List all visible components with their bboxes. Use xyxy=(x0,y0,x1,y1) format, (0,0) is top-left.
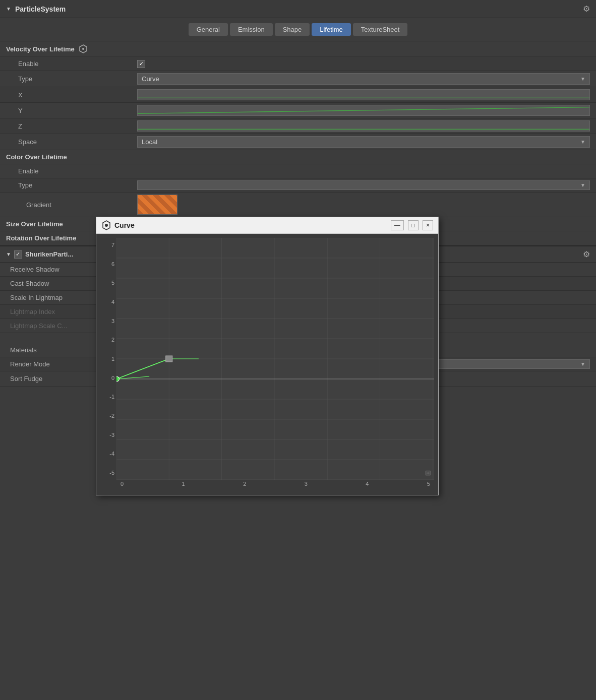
color-section-header: Color Over Lifetime xyxy=(0,150,596,164)
velocity-z-row: Z xyxy=(0,118,596,134)
shuriken-collapse-icon[interactable]: ▼ xyxy=(6,251,11,257)
velocity-type-value[interactable]: Curve ▼ xyxy=(137,73,590,85)
velocity-z-curve[interactable] xyxy=(137,120,590,132)
velocity-section-label: Velocity Over Lifetime xyxy=(6,45,75,53)
curve-dialog-controls: — □ × xyxy=(391,220,433,230)
panel-title-row: ▼ ParticleSystem xyxy=(6,5,66,13)
y-label-1: 1 xyxy=(111,356,114,362)
tab-lifetime[interactable]: Lifetime xyxy=(312,23,351,36)
color-type-value[interactable]: ▼ xyxy=(137,180,590,190)
color-type-arrow: ▼ xyxy=(580,182,585,188)
curve-dialog: Curve — □ × 7 6 5 4 3 2 1 0 -1 -2 -3 -4 xyxy=(96,217,439,495)
y-label-neg2: -2 xyxy=(109,413,114,419)
chart-svg xyxy=(116,238,434,480)
velocity-y-curve[interactable] xyxy=(137,105,590,116)
tab-general[interactable]: General xyxy=(189,23,228,36)
velocity-y-row: Y xyxy=(0,103,596,118)
chart-corner-icon[interactable]: ⊞ xyxy=(425,469,431,477)
svg-point-7 xyxy=(105,224,108,227)
color-type-row: Type ▼ xyxy=(0,178,596,193)
x-label-5: 5 xyxy=(427,481,430,487)
x-axis-labels: 0 1 2 3 4 5 xyxy=(100,480,434,491)
render-mode-arrow: ▼ xyxy=(580,361,585,367)
curve-dialog-title: Curve xyxy=(114,221,135,229)
velocity-space-value[interactable]: Local ▼ xyxy=(137,136,590,148)
color-gradient-row: Gradient xyxy=(0,193,596,217)
x-label-4: 4 xyxy=(366,481,369,487)
velocity-enable-label: Enable xyxy=(6,60,137,68)
svg-line-28 xyxy=(116,359,169,379)
y-label-neg5: -5 xyxy=(109,470,114,476)
velocity-x-curve[interactable] xyxy=(137,89,590,100)
y-label-neg3: -3 xyxy=(109,432,114,438)
velocity-space-arrow: ▼ xyxy=(580,139,585,145)
y-label-3: 3 xyxy=(111,318,114,324)
y-label-neg1: -1 xyxy=(109,394,114,400)
curve-chart-inner: 7 6 5 4 3 2 1 0 -1 -2 -3 -4 -5 xyxy=(100,238,434,480)
shuriken-checkbox[interactable]: ✓ xyxy=(14,250,22,259)
svg-rect-32 xyxy=(166,356,172,362)
curve-dialog-maximize[interactable]: □ xyxy=(408,220,419,230)
x-label-0: 0 xyxy=(121,481,124,487)
velocity-enable-checkbox[interactable]: ✓ xyxy=(137,60,145,68)
rotation-section-label: Rotation Over Lifetime xyxy=(6,234,76,242)
color-section-label: Color Over Lifetime xyxy=(6,153,67,161)
velocity-y-label: Y xyxy=(6,107,137,114)
shuriken-left: ▼ ✓ ShurikenParti... xyxy=(6,250,73,259)
y-label-neg4: -4 xyxy=(109,451,114,457)
velocity-enable-row: Enable ✓ xyxy=(0,57,596,71)
panel-header: ▼ ParticleSystem ⚙ xyxy=(0,0,596,18)
y-label-4: 4 xyxy=(111,299,114,305)
velocity-section-icon xyxy=(79,44,88,53)
tab-texturesheet[interactable]: TextureSheet xyxy=(353,23,408,36)
color-gradient-label: Gradient xyxy=(6,201,137,209)
x-label-2: 2 xyxy=(243,481,246,487)
tabs-row: General Emission Shape Lifetime TextureS… xyxy=(0,18,596,41)
settings-icon[interactable]: ⚙ xyxy=(583,4,590,14)
x-label-3: 3 xyxy=(305,481,308,487)
collapse-icon[interactable]: ▼ xyxy=(6,6,11,12)
velocity-space-row: Space Local ▼ xyxy=(0,134,596,150)
y-label-7: 7 xyxy=(111,242,114,248)
color-gradient-value[interactable] xyxy=(137,195,590,215)
shuriken-label: ShurikenParti... xyxy=(25,250,73,258)
velocity-type-arrow: ▼ xyxy=(580,76,585,82)
svg-point-31 xyxy=(116,376,119,381)
y-label-2: 2 xyxy=(111,337,114,343)
velocity-section-header: Velocity Over Lifetime xyxy=(0,41,596,57)
color-type-dropdown[interactable]: ▼ xyxy=(137,180,590,190)
curve-dialog-header: Curve — □ × xyxy=(96,217,438,234)
velocity-space-label: Space xyxy=(6,138,137,146)
velocity-type-label: Type xyxy=(6,75,137,83)
curve-chart-container: 7 6 5 4 3 2 1 0 -1 -2 -3 -4 -5 xyxy=(96,234,438,495)
velocity-z-label: Z xyxy=(6,122,137,130)
velocity-x-row: X xyxy=(0,87,596,103)
x-label-1: 1 xyxy=(182,481,185,487)
y-label-6: 6 xyxy=(111,261,114,267)
velocity-enable-value[interactable]: ✓ xyxy=(137,59,590,68)
y-axis-labels: 7 6 5 4 3 2 1 0 -1 -2 -3 -4 -5 xyxy=(100,238,116,480)
color-type-label: Type xyxy=(6,181,137,189)
size-section-label: Size Over Lifetime xyxy=(6,220,63,228)
svg-point-1 xyxy=(82,48,84,50)
tab-emission[interactable]: Emission xyxy=(230,23,273,36)
velocity-type-dropdown[interactable]: Curve ▼ xyxy=(137,73,590,85)
curve-dialog-icon xyxy=(101,220,111,230)
velocity-x-label: X xyxy=(6,91,137,99)
curve-dialog-minimize[interactable]: — xyxy=(391,220,404,230)
curve-dialog-title-row: Curve xyxy=(101,220,135,230)
panel-title: ParticleSystem xyxy=(15,5,66,13)
shuriken-settings-icon[interactable]: ⚙ xyxy=(583,249,590,259)
tab-shape[interactable]: Shape xyxy=(275,23,310,36)
color-enable-row: Enable xyxy=(0,164,596,178)
velocity-space-dropdown[interactable]: Local ▼ xyxy=(137,136,590,148)
y-label-5: 5 xyxy=(111,280,114,286)
velocity-type-row: Type Curve ▼ xyxy=(0,71,596,87)
y-label-0: 0 xyxy=(111,375,114,381)
chart-canvas[interactable]: ⊞ xyxy=(116,238,434,480)
curve-dialog-close[interactable]: × xyxy=(423,220,433,230)
gradient-preview[interactable] xyxy=(137,195,177,215)
color-enable-label: Enable xyxy=(6,167,137,175)
